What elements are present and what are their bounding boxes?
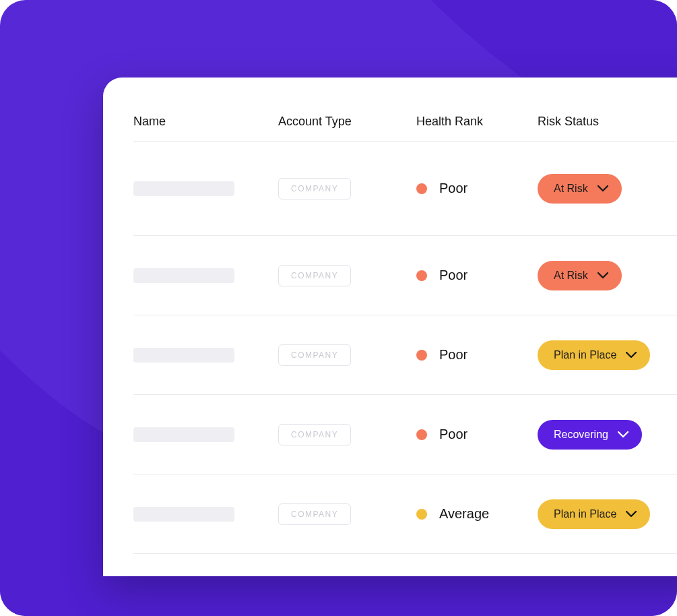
table-card: Name Account Type Health Rank Risk Statu…	[103, 78, 677, 576]
name-placeholder	[133, 268, 234, 283]
col-header-risk: Risk Status	[538, 115, 672, 129]
table-row: COMPANYPoorAt Risk	[133, 142, 677, 236]
table-row: COMPANYPoorAt Risk	[133, 236, 677, 315]
risk-status-dropdown[interactable]: At Risk	[538, 174, 622, 204]
health-label: Poor	[439, 427, 468, 442]
health-rank: Average	[416, 506, 538, 522]
risk-status-dropdown[interactable]: Plan in Place	[538, 499, 650, 529]
health-dot-icon	[416, 429, 427, 440]
risk-label: Plan in Place	[554, 508, 616, 520]
health-label: Poor	[439, 181, 468, 196]
health-dot-icon	[416, 183, 427, 194]
health-rank: Poor	[416, 347, 538, 363]
risk-status-dropdown[interactable]: Recovering	[538, 420, 642, 450]
health-rank: Poor	[416, 268, 538, 283]
health-rank: Poor	[416, 427, 538, 442]
health-dot-icon	[416, 350, 427, 361]
chevron-down-icon	[626, 511, 637, 518]
name-placeholder	[133, 181, 234, 196]
account-type-chip: COMPANY	[278, 503, 351, 525]
health-label: Poor	[439, 268, 468, 283]
col-header-name: Name	[133, 115, 278, 129]
name-placeholder	[133, 427, 234, 442]
health-rank: Poor	[416, 181, 538, 196]
col-header-health: Health Rank	[416, 115, 538, 129]
risk-label: At Risk	[554, 270, 588, 282]
table-header-row: Name Account Type Health Rank Risk Statu…	[133, 115, 677, 142]
health-dot-icon	[416, 509, 427, 520]
col-header-type: Account Type	[278, 115, 416, 129]
account-type-chip: COMPANY	[278, 424, 351, 445]
table-row: COMPANYPoorRecovering	[133, 395, 677, 474]
health-label: Poor	[439, 347, 468, 363]
table-row: COMPANYAveragePlan in Place	[133, 474, 677, 554]
chevron-down-icon	[598, 272, 608, 279]
chevron-down-icon	[598, 185, 608, 192]
account-type-chip: COMPANY	[278, 344, 351, 366]
risk-label: At Risk	[554, 183, 588, 195]
account-type-chip: COMPANY	[278, 178, 351, 199]
risk-label: Recovering	[554, 429, 608, 441]
name-placeholder	[133, 507, 234, 522]
table-row: COMPANYPoorPlan in Place	[133, 315, 677, 395]
health-dot-icon	[416, 270, 427, 281]
chevron-down-icon	[626, 352, 637, 359]
risk-label: Plan in Place	[554, 349, 616, 361]
risk-status-dropdown[interactable]: At Risk	[538, 261, 622, 290]
backdrop: Name Account Type Health Rank Risk Statu…	[0, 0, 677, 616]
chevron-down-icon	[618, 431, 628, 438]
risk-status-dropdown[interactable]: Plan in Place	[538, 340, 650, 370]
health-label: Average	[439, 506, 489, 522]
account-type-chip: COMPANY	[278, 265, 351, 286]
name-placeholder	[133, 348, 234, 363]
